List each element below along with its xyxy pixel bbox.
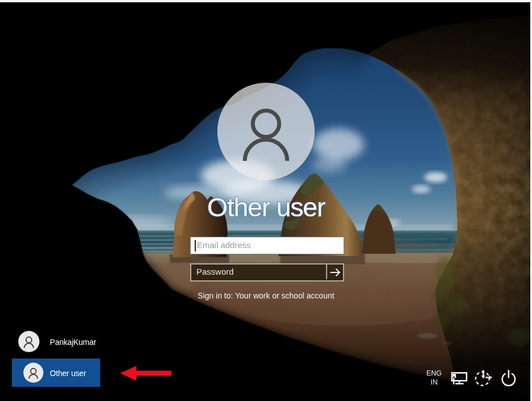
- svg-text:Other user: Other user: [207, 192, 325, 222]
